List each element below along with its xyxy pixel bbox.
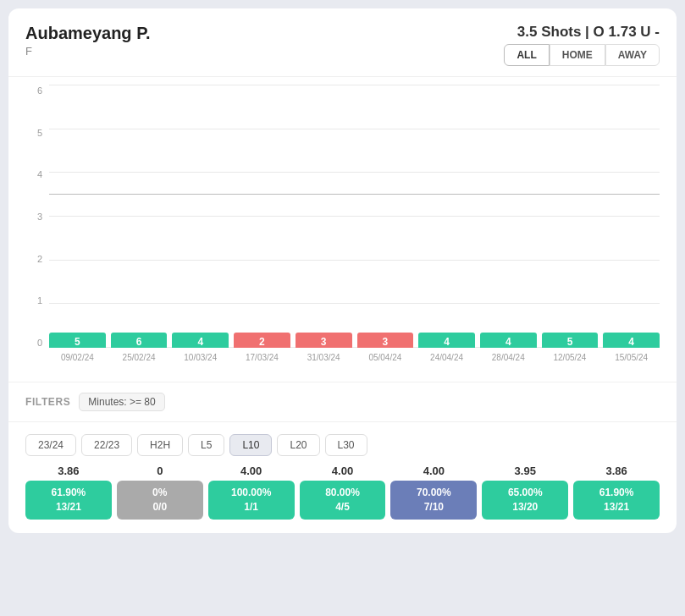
bar-value-2: 4 [197,336,203,348]
filters-title: FILTERS [25,396,70,408]
filter-tag-minutes: Minutes: >= 80 [79,393,164,411]
stat-badge-4: 70.00%7/10 [390,481,477,520]
bar-9: 4 [603,333,660,348]
bar-7: 4 [480,333,537,348]
stat-avg-4: 4.00 [423,465,445,477]
y-label-2: 2 [25,254,42,264]
season-tab-l10[interactable]: L10 [229,434,272,456]
x-label-2: 10/03/24 [172,353,229,362]
filter-away-button[interactable]: AWAY [605,44,660,66]
bar-2: 4 [172,333,229,348]
stat-badge-1: 0%0/0 [117,481,203,520]
bar-value-6: 4 [444,336,450,348]
y-label-5: 5 [25,128,42,138]
season-tabs: 23/2422/23H2HL5L10L20L30 [25,434,660,456]
season-tab-h2h[interactable]: H2H [137,434,183,456]
chart-inner: 5642334454 09/02/2425/02/2410/03/2417/03… [49,85,660,373]
season-tab-l30[interactable]: L30 [325,434,367,456]
bar-group-7: 4 [480,333,537,348]
stat-col-2: 4.00100.00%1/1 [208,465,295,520]
bar-group-9: 4 [603,333,660,348]
player-info: Aubameyang P. F [25,24,150,58]
stat-avg-6: 3.86 [605,465,627,477]
bars-container: 5642334454 [49,85,660,348]
bar-value-0: 5 [75,336,80,348]
x-label-7: 28/04/24 [480,353,537,362]
x-label-1: 25/02/24 [111,353,168,362]
stat-col-6: 3.8661.90%13/21 [573,465,660,520]
chart-area: 6 5 4 3 2 1 0 5642334454 [8,76,677,382]
stat-col-3: 4.0080.00%4/5 [300,465,386,520]
x-label-6: 24/04/24 [418,353,475,362]
bar-value-7: 4 [505,336,511,348]
player-name: Aubameyang P. [25,24,150,43]
bar-value-1: 6 [136,336,142,348]
stat-col-0: 3.8661.90%13/21 [25,465,112,520]
stats-section: 23/2422/23H2HL5L10L20L30 3.8661.90%13/21… [8,422,677,533]
bar-group-3: 2 [234,333,290,348]
bar-value-8: 5 [567,336,573,348]
y-label-1: 1 [25,295,42,305]
stat-badge-0: 61.90%13/21 [25,481,112,520]
y-label-3: 3 [25,212,42,222]
stat-line: 3.5 Shots | O 1.73 U - [504,24,660,41]
stat-col-5: 3.9565.00%13/20 [482,465,568,520]
season-tab-23-24[interactable]: 23/24 [25,434,76,456]
y-label-4: 4 [25,169,42,179]
x-label-3: 17/03/24 [234,353,290,362]
player-position: F [25,45,150,58]
x-label-9: 15/05/24 [603,353,660,362]
season-tab-22-23[interactable]: 22/23 [81,434,132,456]
bar-group-0: 5 [49,333,106,348]
bar-8: 5 [542,333,599,348]
bar-group-6: 4 [418,333,475,348]
x-labels: 09/02/2425/02/2410/03/2417/03/2431/03/24… [49,353,660,362]
bar-3: 2 [234,333,290,348]
chart-wrapper: 6 5 4 3 2 1 0 5642334454 [25,85,660,373]
x-label-8: 12/05/24 [542,353,599,362]
stat-avg-1: 0 [157,465,163,477]
x-label-4: 31/03/24 [296,353,352,362]
bar-group-4: 3 [296,333,352,348]
x-label-5: 05/04/24 [357,353,414,362]
header-right: 3.5 Shots | O 1.73 U - ALL HOME AWAY [504,24,660,66]
filter-all-button[interactable]: ALL [504,44,549,66]
stat-badge-5: 65.00%13/20 [482,481,568,520]
bar-value-3: 2 [259,336,265,348]
bar-1: 6 [111,333,168,348]
stat-col-4: 4.0070.00%7/10 [390,465,477,520]
stat-avg-5: 3.95 [515,465,536,477]
bar-group-5: 3 [357,333,414,348]
season-tab-l20[interactable]: L20 [277,434,319,456]
header: Aubameyang P. F 3.5 Shots | O 1.73 U - A… [8,8,677,76]
season-tab-l5[interactable]: L5 [188,434,224,456]
stats-grid: 3.8661.90%13/2100%0/04.00100.00%1/14.008… [25,465,660,520]
stat-badge-3: 80.00%4/5 [300,481,386,520]
stat-col-1: 00%0/0 [117,465,203,520]
filters-section: FILTERS Minutes: >= 80 [8,382,677,422]
main-card: Aubameyang P. F 3.5 Shots | O 1.73 U - A… [8,8,677,533]
bar-value-5: 3 [383,336,389,348]
bar-group-2: 4 [172,333,229,348]
bar-value-4: 3 [321,336,327,348]
stat-badge-2: 100.00%1/1 [208,481,295,520]
bar-4: 3 [296,333,352,348]
stat-avg-3: 4.00 [332,465,353,477]
y-label-6: 6 [25,85,42,96]
stat-badge-6: 61.90%13/21 [573,481,660,520]
bar-0: 5 [49,333,106,348]
bar-5: 3 [357,333,414,348]
bar-6: 4 [418,333,475,348]
bar-group-8: 5 [542,333,599,348]
bar-value-9: 4 [628,336,634,348]
x-label-0: 09/02/24 [49,353,106,362]
view-filter-group: ALL HOME AWAY [504,44,660,66]
filter-home-button[interactable]: HOME [550,44,605,66]
bar-group-1: 6 [111,333,168,348]
stat-avg-0: 3.86 [58,465,79,477]
y-axis: 6 5 4 3 2 1 0 [25,85,42,373]
stat-avg-2: 4.00 [240,465,262,477]
y-label-0: 0 [25,338,42,348]
